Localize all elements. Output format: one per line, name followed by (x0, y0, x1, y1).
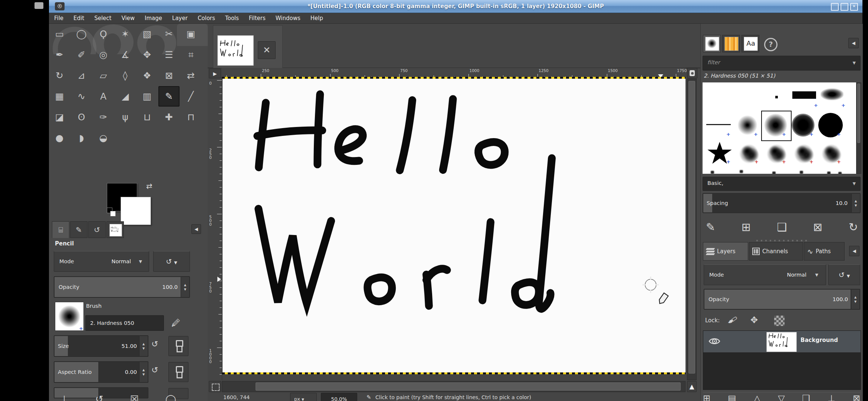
brush-partial[interactable] (772, 172, 776, 174)
brush-grid[interactable]: ++++++++++++ (703, 82, 856, 174)
tool-fuzzy-select[interactable]: ✶ (115, 24, 136, 44)
size-link-button[interactable] (168, 336, 188, 356)
tool-measure[interactable]: ∡ (115, 45, 136, 65)
tab-channels[interactable]: Channels (749, 242, 803, 261)
tool-select-by-color[interactable]: ▧ (137, 24, 158, 44)
delete-brush-icon[interactable]: ⊠ (813, 221, 822, 234)
ruler-corner-button[interactable]: ▶ (209, 69, 221, 78)
tool-bucket-fill[interactable]: ◢ (115, 86, 136, 107)
vertical-ruler[interactable]: 02505007501000 (208, 79, 222, 380)
brush-partial[interactable] (740, 170, 743, 173)
brush-grid-scrollbar[interactable] (856, 82, 861, 174)
minimize-button[interactable] (831, 3, 839, 11)
tool-3d-transform[interactable]: ⊠ (158, 65, 180, 86)
menu-layer[interactable]: Layer (172, 15, 188, 22)
tool-pencil[interactable]: ✎ (158, 86, 180, 107)
tool-rectangle-select[interactable]: ▭ (49, 24, 70, 44)
tab-image-thumbnail[interactable] (106, 221, 124, 238)
close-image-tab-button[interactable]: ✕ (258, 41, 276, 59)
menu-tools[interactable]: Tools (225, 15, 239, 22)
tab-paths[interactable]: ∿ Paths (804, 242, 845, 261)
tab-tool-options[interactable]: ⌸ (52, 221, 69, 238)
tab-device-status[interactable]: ✎ (70, 221, 88, 238)
brush-thumbnail[interactable]: + (55, 302, 84, 331)
tool-crop[interactable]: ⌗ (180, 45, 201, 65)
tool-handle-transform[interactable]: ❖ (137, 65, 158, 86)
horizontal-scrollbar[interactable] (222, 381, 685, 392)
tab-undo-history[interactable]: ↺ (88, 221, 106, 238)
new-layer-icon[interactable]: ⊞ (703, 393, 710, 401)
menu-image[interactable]: Image (145, 15, 162, 22)
tool-move[interactable]: ✥ (137, 45, 158, 65)
layer-row-background[interactable]: Background (703, 331, 861, 352)
layer-mode-reset-button[interactable]: ↺ ▼ (828, 264, 860, 285)
canvas[interactable] (223, 79, 685, 372)
maximize-button[interactable] (841, 3, 848, 11)
tool-heal[interactable]: ✚ (158, 107, 180, 127)
tool-dodge-burn[interactable]: ◒ (93, 128, 114, 148)
refresh-brushes-icon[interactable]: ↻ (849, 221, 858, 234)
tool-scissors-select[interactable]: ✂ (158, 24, 180, 44)
new-brush-icon[interactable]: ⊞ (742, 221, 751, 234)
tool-gradient[interactable]: ▥ (137, 86, 158, 107)
layer-mode-select[interactable]: Mode Normal ▼ (704, 264, 826, 285)
lock-alpha-icon[interactable] (774, 316, 785, 326)
delete-layer-icon[interactable]: ⊠ (853, 393, 860, 401)
paint-mode-select[interactable]: Mode Normal ▼ (54, 251, 149, 272)
tool-zoom[interactable]: ◎ (93, 45, 114, 65)
tool-perspective[interactable]: ◊ (115, 65, 136, 86)
tool-scale[interactable]: ⊿ (71, 65, 92, 86)
tool-color-picker[interactable]: ✐ (71, 45, 92, 65)
image-tab[interactable]: ✕ (213, 25, 283, 68)
quick-mask-button[interactable] (209, 381, 221, 392)
size-spinner[interactable]: ▲▼ (139, 336, 148, 356)
brush-name-field[interactable]: 2. Hardness 050 (85, 315, 164, 331)
delete-tool-preset-icon[interactable]: ☒ (130, 394, 138, 401)
menu-view[interactable]: View (121, 15, 135, 22)
zoom-combo[interactable]: 50.0% (321, 393, 357, 401)
swap-colors-icon[interactable]: ⇄ (146, 182, 152, 190)
restore-tool-preset-icon[interactable]: ↺ (95, 394, 103, 401)
vertical-scrollbar[interactable] (687, 79, 697, 380)
raise-layer-icon[interactable]: △ (754, 393, 760, 401)
edit-brush-icon[interactable]: 🖉 (168, 315, 184, 331)
tool-smudge[interactable]: ◗ (71, 128, 92, 148)
zoom-image-button[interactable] (687, 68, 697, 78)
tab-help[interactable]: ? (761, 35, 779, 52)
reset-tool-options-icon[interactable]: ◯ (165, 394, 176, 401)
brush-filter-input[interactable]: filter ▼ (703, 56, 861, 71)
layers-menu-button[interactable]: ◀ (849, 246, 859, 256)
lock-position-icon[interactable]: ✥ (750, 315, 758, 325)
brush-partial[interactable] (711, 171, 714, 174)
brush-soft-ellipse[interactable] (821, 88, 844, 100)
tool-ink[interactable]: ✑ (93, 107, 114, 127)
tool-text[interactable]: A (93, 86, 114, 107)
tool-paths[interactable]: ✒ (49, 45, 70, 65)
brush-block[interactable] (792, 91, 816, 99)
anchor-layer-icon[interactable]: ⊥ (828, 393, 835, 401)
opacity-spinner[interactable]: ▲▼ (181, 277, 189, 297)
duplicate-brush-icon[interactable]: ❑ (777, 221, 787, 234)
menu-colors[interactable]: Colors (198, 15, 215, 22)
tool-cage-transform[interactable]: ▦ (49, 86, 70, 107)
mode-reset-button[interactable]: ↺ ▼ (153, 251, 190, 272)
size-reset-icon[interactable]: ↺ (151, 339, 158, 349)
brush-partial[interactable] (827, 172, 831, 174)
aspect-spinner[interactable]: ▲▼ (139, 362, 148, 382)
tool-foreground-select[interactable]: ▣ (180, 24, 201, 44)
menu-windows[interactable]: Windows (276, 15, 300, 22)
menu-select[interactable]: Select (94, 15, 111, 22)
tool-warp-transform[interactable]: ∿ (71, 86, 92, 107)
layer-name[interactable]: Background (800, 337, 838, 343)
dock-grip[interactable] (756, 240, 808, 241)
layer-opacity-spinner[interactable]: ▲▼ (851, 290, 859, 309)
tool-clone[interactable]: ⊔ (137, 107, 158, 127)
menu-help[interactable]: Help (310, 15, 323, 22)
tool-perspective-clone[interactable]: ⊓ (180, 107, 201, 127)
aspect-link-button[interactable] (168, 362, 188, 382)
save-tool-preset-icon[interactable]: ⊥ (60, 394, 69, 401)
tool-eraser[interactable]: ◪ (49, 107, 70, 127)
tool-airbrush[interactable]: ʘ (71, 107, 92, 127)
brush-group-select[interactable]: Basic, ▼ (703, 177, 861, 191)
edit-brush-icon[interactable]: ✎ (706, 221, 715, 234)
